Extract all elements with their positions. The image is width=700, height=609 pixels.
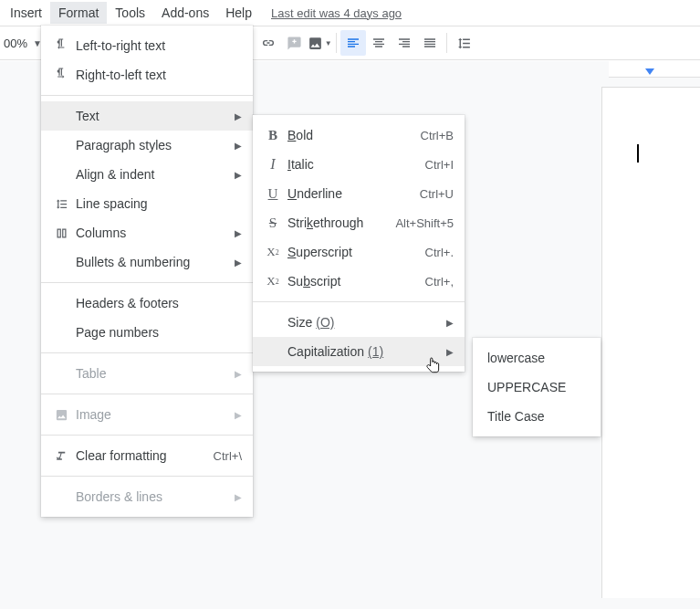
menu-label: Line spacing [74, 196, 246, 211]
menu-separator [253, 301, 465, 302]
menu-page-numbers[interactable]: Page numbers [41, 318, 253, 347]
menu-shortcut: Ctrl+U [420, 187, 457, 201]
line-spacing-button[interactable] [451, 30, 476, 56]
text-submenu: B Bold Ctrl+B I Italic Ctrl+I U Underlin… [253, 115, 465, 372]
menu-label: Image [74, 407, 235, 422]
insert-link-button[interactable] [256, 30, 281, 56]
rtl-icon [48, 68, 74, 82]
menu-columns[interactable]: Columns ▶ [41, 218, 253, 247]
menu-separator [41, 435, 253, 436]
menu-shortcut: Ctrl+, [425, 275, 457, 289]
menu-tools[interactable]: Tools [107, 2, 153, 24]
submenu-italic[interactable]: I Italic Ctrl+I [253, 150, 465, 179]
cap-uppercase[interactable]: UPPERCASE [473, 373, 601, 402]
menu-headers-footers[interactable]: Headers & footers [41, 289, 253, 318]
menu-shortcut: Ctrl+B [421, 129, 457, 142]
subscript-icon: X2 [260, 274, 286, 289]
align-left-button[interactable] [340, 30, 366, 56]
menu-addons[interactable]: Add-ons [153, 2, 217, 24]
chevron-right-icon: ▶ [235, 257, 246, 268]
menu-shortcut: Ctrl+I [425, 158, 457, 172]
indent-marker-icon[interactable] [645, 68, 654, 75]
align-left-icon [346, 36, 360, 50]
chevron-right-icon: ▶ [235, 111, 246, 121]
submenu-size[interactable]: Size(O) ▶ [253, 308, 465, 337]
chevron-right-icon: ▶ [235, 228, 246, 238]
menu-label: Paragraph styles [74, 138, 235, 152]
columns-icon [48, 226, 74, 240]
align-center-button[interactable] [366, 30, 392, 56]
menu-label: Strikethrough [286, 215, 395, 230]
menu-label: Text [74, 109, 235, 123]
chevron-right-icon: ▶ [235, 410, 246, 420]
chevron-right-icon: ▶ [235, 369, 246, 379]
menu-paragraph-styles[interactable]: Paragraph styles ▶ [41, 131, 253, 160]
menu-label: Clear formatting [74, 448, 214, 463]
menubar: Insert Format Tools Add-ons Help Last ed… [0, 0, 700, 26]
bold-icon: B [260, 128, 286, 143]
document-page[interactable] [601, 87, 700, 598]
menu-label: Subscript [286, 274, 425, 289]
image-icon [308, 36, 323, 51]
menu-align-indent[interactable]: Align & indent ▶ [41, 160, 253, 189]
menu-bullets-numbering[interactable]: Bullets & numbering ▶ [41, 247, 253, 277]
submenu-bold[interactable]: B Bold Ctrl+B [253, 121, 465, 150]
clear-format-icon [48, 449, 74, 463]
last-edit-link[interactable]: Last edit was 4 days ago [271, 6, 402, 20]
chevron-right-icon: ▶ [235, 141, 246, 151]
menu-label: Page numbers [74, 325, 246, 340]
cap-titlecase[interactable]: Title Case [473, 402, 601, 431]
menu-rtl-text[interactable]: Right-to-left text [41, 60, 253, 89]
submenu-superscript[interactable]: X2 Superscript Ctrl+. [253, 237, 465, 267]
menu-ltr-text[interactable]: Left-to-right text [41, 31, 253, 60]
submenu-capitalization[interactable]: Capitalization(1) ▶ [253, 337, 465, 366]
chevron-right-icon: ▶ [446, 318, 457, 328]
menu-line-spacing[interactable]: Line spacing [41, 189, 253, 218]
menu-separator [41, 95, 253, 96]
menu-label: Superscript [286, 245, 425, 259]
submenu-subscript[interactable]: X2 Subscript Ctrl+, [253, 267, 465, 296]
menu-label: Right-to-left text [74, 68, 246, 82]
toolbar-separator [336, 33, 337, 53]
menu-label: Size(O) [286, 315, 446, 330]
menu-separator [41, 352, 253, 353]
menu-separator [41, 282, 253, 283]
comment-plus-icon [287, 36, 302, 51]
chevron-right-icon: ▶ [235, 492, 246, 502]
align-justify-button[interactable] [417, 30, 443, 56]
menu-separator [41, 476, 253, 477]
align-center-icon [371, 36, 386, 50]
menu-text[interactable]: Text ▶ [41, 101, 253, 131]
menu-shortcut: Alt+Shift+5 [395, 216, 457, 230]
menu-format[interactable]: Format [50, 2, 107, 24]
align-right-icon [397, 36, 412, 50]
align-justify-icon [423, 36, 437, 50]
menu-help[interactable]: Help [217, 2, 260, 24]
menu-separator [41, 394, 253, 394]
align-right-button[interactable] [392, 30, 417, 56]
menu-label: Columns [74, 226, 235, 240]
chevron-right-icon: ▶ [235, 170, 246, 180]
menu-label: Italic [286, 157, 425, 172]
ruler[interactable] [609, 61, 700, 78]
submenu-strikethrough[interactable]: S Strikethrough Alt+Shift+5 [253, 208, 465, 237]
submenu-underline[interactable]: U Underline Ctrl+U [253, 179, 465, 208]
menu-label: Left-to-right text [74, 38, 246, 53]
menu-insert[interactable]: Insert [2, 2, 50, 24]
menu-label: Headers & footers [74, 296, 246, 310]
image-icon [48, 408, 74, 422]
add-comment-button[interactable] [281, 30, 307, 56]
menu-table: Table ▶ [41, 359, 253, 388]
strikethrough-icon: S [260, 215, 286, 231]
cap-lowercase[interactable]: lowercase [473, 343, 601, 373]
menu-label: Align & indent [74, 167, 235, 182]
chevron-right-icon: ▶ [446, 347, 457, 357]
menu-label: Borders & lines [74, 489, 235, 504]
menu-label: Bold [286, 128, 421, 142]
menu-shortcut: Ctrl+\ [214, 449, 246, 463]
menu-clear-formatting[interactable]: Clear formatting Ctrl+\ [41, 441, 253, 470]
menu-label: Capitalization(1) [286, 344, 446, 359]
insert-image-button[interactable]: ▼ [307, 30, 332, 56]
menu-image: Image ▶ [41, 400, 253, 429]
menu-label: Table [74, 366, 235, 381]
